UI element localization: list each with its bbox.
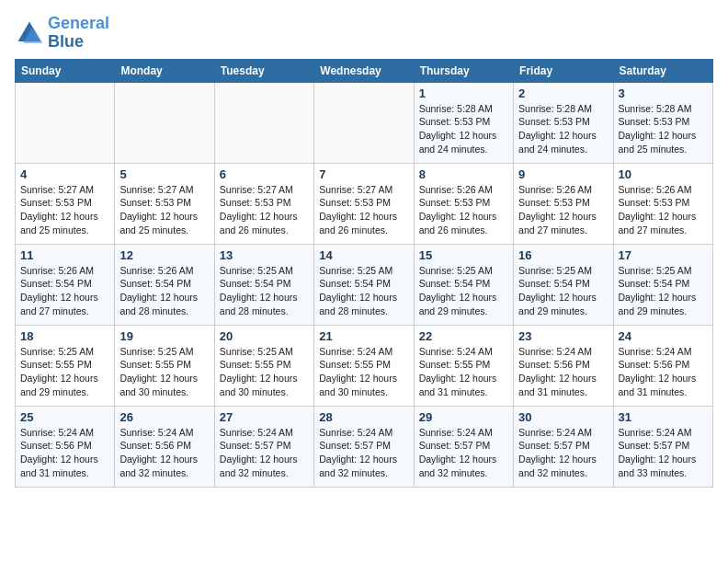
weekday-header-thursday: Thursday <box>414 59 513 82</box>
cell-info: Sunrise: 5:25 AM Sunset: 5:54 PM Dayligh… <box>619 264 708 318</box>
calendar-cell: 29Sunrise: 5:24 AM Sunset: 5:57 PM Dayli… <box>414 406 513 487</box>
cell-info: Sunrise: 5:26 AM Sunset: 5:53 PM Dayligh… <box>619 183 708 237</box>
cell-info: Sunrise: 5:28 AM Sunset: 5:53 PM Dayligh… <box>518 102 608 156</box>
day-number: 25 <box>20 410 109 424</box>
cell-info: Sunrise: 5:24 AM Sunset: 5:57 PM Dayligh… <box>518 426 608 480</box>
day-number: 27 <box>220 410 309 424</box>
cell-info: Sunrise: 5:24 AM Sunset: 5:57 PM Dayligh… <box>220 426 309 480</box>
calendar-cell: 12Sunrise: 5:26 AM Sunset: 5:54 PM Dayli… <box>115 244 214 325</box>
day-number: 21 <box>319 329 408 343</box>
calendar-cell: 18Sunrise: 5:25 AM Sunset: 5:55 PM Dayli… <box>16 325 115 406</box>
day-number: 14 <box>319 248 408 262</box>
day-number: 30 <box>518 410 608 424</box>
calendar-cell: 31Sunrise: 5:24 AM Sunset: 5:57 PM Dayli… <box>613 406 712 487</box>
calendar-cell <box>314 82 414 163</box>
calendar-cell: 28Sunrise: 5:24 AM Sunset: 5:57 PM Dayli… <box>314 406 414 487</box>
cell-info: Sunrise: 5:25 AM Sunset: 5:54 PM Dayligh… <box>518 264 608 318</box>
day-number: 5 <box>119 167 209 181</box>
cell-info: Sunrise: 5:24 AM Sunset: 5:56 PM Dayligh… <box>518 345 608 399</box>
day-number: 1 <box>419 86 508 100</box>
cell-info: Sunrise: 5:27 AM Sunset: 5:53 PM Dayligh… <box>220 183 309 237</box>
day-number: 13 <box>220 248 309 262</box>
day-number: 19 <box>119 329 209 343</box>
calendar-week-4: 18Sunrise: 5:25 AM Sunset: 5:55 PM Dayli… <box>16 325 713 406</box>
calendar-cell: 22Sunrise: 5:24 AM Sunset: 5:55 PM Dayli… <box>414 325 513 406</box>
cell-info: Sunrise: 5:24 AM Sunset: 5:56 PM Dayligh… <box>619 345 708 399</box>
cell-info: Sunrise: 5:24 AM Sunset: 5:55 PM Dayligh… <box>419 345 508 399</box>
cell-info: Sunrise: 5:25 AM Sunset: 5:54 PM Dayligh… <box>220 264 309 318</box>
day-number: 10 <box>619 167 708 181</box>
calendar-week-5: 25Sunrise: 5:24 AM Sunset: 5:56 PM Dayli… <box>16 406 713 487</box>
calendar-cell: 24Sunrise: 5:24 AM Sunset: 5:56 PM Dayli… <box>613 325 712 406</box>
calendar-table: SundayMondayTuesdayWednesdayThursdayFrid… <box>15 59 713 488</box>
cell-info: Sunrise: 5:28 AM Sunset: 5:53 PM Dayligh… <box>419 102 508 156</box>
calendar-cell: 30Sunrise: 5:24 AM Sunset: 5:57 PM Dayli… <box>514 406 613 487</box>
calendar-cell: 9Sunrise: 5:26 AM Sunset: 5:53 PM Daylig… <box>514 163 613 244</box>
day-number: 28 <box>319 410 408 424</box>
calendar-cell: 7Sunrise: 5:27 AM Sunset: 5:53 PM Daylig… <box>314 163 414 244</box>
calendar-cell: 20Sunrise: 5:25 AM Sunset: 5:55 PM Dayli… <box>214 325 313 406</box>
cell-info: Sunrise: 5:27 AM Sunset: 5:53 PM Dayligh… <box>119 183 209 237</box>
calendar-cell: 5Sunrise: 5:27 AM Sunset: 5:53 PM Daylig… <box>115 163 214 244</box>
calendar-cell: 27Sunrise: 5:24 AM Sunset: 5:57 PM Dayli… <box>214 406 313 487</box>
cell-info: Sunrise: 5:24 AM Sunset: 5:57 PM Dayligh… <box>619 426 708 480</box>
logo: General Blue <box>15 15 109 52</box>
day-number: 24 <box>619 329 708 343</box>
calendar-week-3: 11Sunrise: 5:26 AM Sunset: 5:54 PM Dayli… <box>16 244 713 325</box>
cell-info: Sunrise: 5:26 AM Sunset: 5:54 PM Dayligh… <box>119 264 209 318</box>
calendar-cell: 19Sunrise: 5:25 AM Sunset: 5:55 PM Dayli… <box>115 325 214 406</box>
calendar-cell <box>214 82 313 163</box>
cell-info: Sunrise: 5:27 AM Sunset: 5:53 PM Dayligh… <box>319 183 408 237</box>
cell-info: Sunrise: 5:27 AM Sunset: 5:53 PM Dayligh… <box>20 183 109 237</box>
day-number: 9 <box>518 167 608 181</box>
cell-info: Sunrise: 5:24 AM Sunset: 5:57 PM Dayligh… <box>419 426 508 480</box>
day-number: 26 <box>119 410 209 424</box>
day-number: 31 <box>619 410 708 424</box>
calendar-cell: 23Sunrise: 5:24 AM Sunset: 5:56 PM Dayli… <box>514 325 613 406</box>
calendar-cell: 25Sunrise: 5:24 AM Sunset: 5:56 PM Dayli… <box>16 406 115 487</box>
calendar-cell: 21Sunrise: 5:24 AM Sunset: 5:55 PM Dayli… <box>314 325 414 406</box>
calendar-cell <box>115 82 214 163</box>
calendar-cell: 3Sunrise: 5:28 AM Sunset: 5:53 PM Daylig… <box>613 82 712 163</box>
day-number: 8 <box>419 167 508 181</box>
day-number: 29 <box>419 410 508 424</box>
cell-info: Sunrise: 5:26 AM Sunset: 5:53 PM Dayligh… <box>419 183 508 237</box>
weekday-header-monday: Monday <box>115 59 214 82</box>
cell-info: Sunrise: 5:25 AM Sunset: 5:55 PM Dayligh… <box>20 345 109 399</box>
cell-info: Sunrise: 5:28 AM Sunset: 5:53 PM Dayligh… <box>619 102 708 156</box>
day-number: 20 <box>220 329 309 343</box>
calendar-week-2: 4Sunrise: 5:27 AM Sunset: 5:53 PM Daylig… <box>16 163 713 244</box>
cell-info: Sunrise: 5:24 AM Sunset: 5:55 PM Dayligh… <box>319 345 408 399</box>
calendar-cell: 11Sunrise: 5:26 AM Sunset: 5:54 PM Dayli… <box>16 244 115 325</box>
calendar-cell: 26Sunrise: 5:24 AM Sunset: 5:56 PM Dayli… <box>115 406 214 487</box>
weekday-header-wednesday: Wednesday <box>314 59 414 82</box>
cell-info: Sunrise: 5:25 AM Sunset: 5:55 PM Dayligh… <box>220 345 309 399</box>
cell-info: Sunrise: 5:24 AM Sunset: 5:56 PM Dayligh… <box>20 426 109 480</box>
day-number: 4 <box>20 167 109 181</box>
day-number: 16 <box>518 248 608 262</box>
logo-text: General Blue <box>48 15 109 52</box>
cell-info: Sunrise: 5:26 AM Sunset: 5:53 PM Dayligh… <box>518 183 608 237</box>
day-number: 17 <box>619 248 708 262</box>
day-number: 22 <box>419 329 508 343</box>
calendar-cell <box>16 82 115 163</box>
calendar-cell: 6Sunrise: 5:27 AM Sunset: 5:53 PM Daylig… <box>214 163 313 244</box>
cell-info: Sunrise: 5:26 AM Sunset: 5:54 PM Dayligh… <box>20 264 109 318</box>
cell-info: Sunrise: 5:25 AM Sunset: 5:54 PM Dayligh… <box>319 264 408 318</box>
cell-info: Sunrise: 5:25 AM Sunset: 5:55 PM Dayligh… <box>119 345 209 399</box>
calendar-cell: 10Sunrise: 5:26 AM Sunset: 5:53 PM Dayli… <box>613 163 712 244</box>
calendar-cell: 1Sunrise: 5:28 AM Sunset: 5:53 PM Daylig… <box>414 82 513 163</box>
calendar-cell: 13Sunrise: 5:25 AM Sunset: 5:54 PM Dayli… <box>214 244 313 325</box>
weekday-header-sunday: Sunday <box>16 59 115 82</box>
day-number: 12 <box>119 248 209 262</box>
calendar-cell: 4Sunrise: 5:27 AM Sunset: 5:53 PM Daylig… <box>16 163 115 244</box>
day-number: 7 <box>319 167 408 181</box>
day-number: 15 <box>419 248 508 262</box>
calendar-week-1: 1Sunrise: 5:28 AM Sunset: 5:53 PM Daylig… <box>16 82 713 163</box>
cell-info: Sunrise: 5:25 AM Sunset: 5:54 PM Dayligh… <box>419 264 508 318</box>
calendar-cell: 15Sunrise: 5:25 AM Sunset: 5:54 PM Dayli… <box>414 244 513 325</box>
day-number: 6 <box>220 167 309 181</box>
calendar-cell: 2Sunrise: 5:28 AM Sunset: 5:53 PM Daylig… <box>514 82 613 163</box>
calendar-cell: 16Sunrise: 5:25 AM Sunset: 5:54 PM Dayli… <box>514 244 613 325</box>
logo-icon <box>15 18 44 48</box>
